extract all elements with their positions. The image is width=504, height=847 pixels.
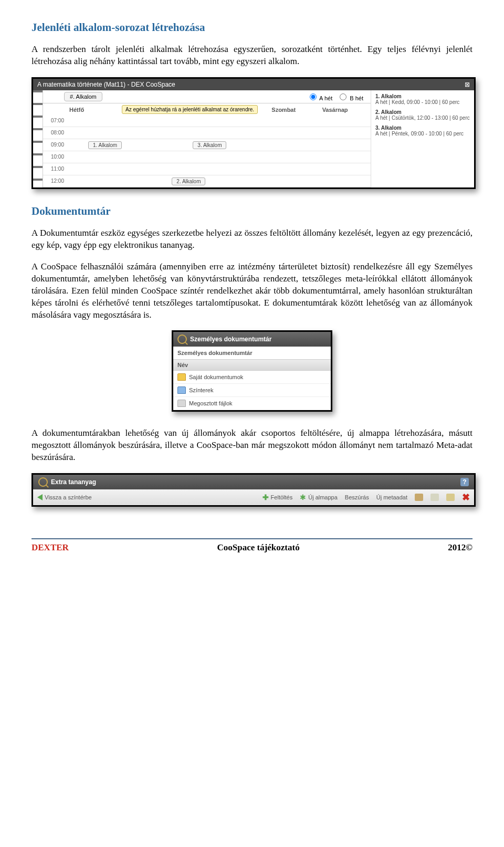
dok-column-header[interactable]: Név	[173, 359, 331, 371]
side-alk-title: 2. Alkalom	[375, 109, 470, 115]
day-szombat: Szombat	[269, 107, 320, 113]
toolbar-screenshot: Extra tananyag ? Vissza a színtérbe ✚Fel…	[32, 473, 476, 507]
toolbar-actions: Vissza a színtérbe ✚Feltöltés ✱Új almapp…	[33, 489, 474, 505]
folder-icon	[177, 386, 186, 394]
side-alk-detail: A hét | Péntek, 09:00 - 10:00 | 60 perc	[375, 131, 470, 137]
time-label: 12:00	[43, 178, 67, 184]
toolbar-title-text: Extra tananyag	[51, 478, 96, 486]
edit-icon[interactable]	[446, 494, 455, 501]
paragraph-4: A dokumentumtárakban lehetőség van új ál…	[32, 427, 472, 464]
paragraph-3: A CooSpace felhasználói számára (amennyi…	[32, 261, 472, 321]
back-button[interactable]: Vissza a színtérbe	[37, 494, 92, 500]
new-meta-button[interactable]: Új metaadat	[376, 494, 407, 500]
side-alk-detail: A hét | Kedd, 09:00 - 10:00 | 60 perc	[375, 99, 470, 105]
time-label: 08:00	[43, 130, 67, 135]
schedule-window-title: A matematika története (Mat11) - DEX Coo…	[33, 79, 474, 90]
footer-year: 2012©	[448, 542, 472, 553]
footer-title: CooSpace tájékoztató	[217, 542, 299, 553]
dok-title-text: Személyes dokumentumtár	[190, 336, 271, 343]
toolbar-title-bar: Extra tananyag ?	[33, 475, 474, 489]
dok-row-szinterek[interactable]: Színterek	[173, 384, 331, 397]
side-alk-title: 3. Alkalom	[375, 125, 470, 131]
event-1[interactable]: 1. Alkalom	[88, 141, 122, 149]
day-hetfo: Hétfő	[67, 107, 118, 113]
paragraph-2: A Dokumentumtár eszköz egységes szerkeze…	[32, 227, 472, 252]
radio-a-het[interactable]: A hét	[307, 95, 333, 101]
mail-icon[interactable]	[430, 494, 439, 501]
dokumentumtar-screenshot: Személyes dokumentumtár Személyes dokume…	[172, 330, 332, 412]
help-icon[interactable]: ?	[460, 478, 469, 486]
dok-subtitle: Személyes dokumentumtár	[173, 347, 331, 359]
new-folder-button[interactable]: ✱Új almappa	[300, 493, 338, 501]
folder-icon	[177, 400, 186, 407]
folder-search-icon	[177, 334, 187, 344]
page-footer: DEXTER CooSpace tájékoztató 2012©	[32, 538, 472, 553]
section-title-dokumentumtar: Dokumentumtár	[32, 205, 472, 218]
plus-icon: ✚	[262, 493, 269, 501]
event-2[interactable]: 2. Alkalom	[172, 177, 205, 185]
folder-search-icon	[38, 477, 48, 487]
upload-button[interactable]: ✚Feltöltés	[262, 493, 293, 501]
person-icon[interactable]	[415, 494, 423, 501]
insert-button[interactable]: Beszúrás	[345, 494, 369, 500]
time-label: 11:00	[43, 166, 67, 172]
time-label: 09:00	[43, 142, 67, 148]
dok-title-bar: Személyes dokumentumtár	[173, 332, 331, 347]
side-alk-detail: A hét | Csütörtök, 12:00 - 13:00 | 60 pe…	[375, 115, 470, 121]
dok-row-megosztott[interactable]: Megosztott fájlok	[173, 397, 331, 410]
drag-tooltip: Az egérrel húzhatja rá a jelenléti alkal…	[122, 105, 258, 114]
footer-dexter: DEXTER	[32, 542, 69, 553]
schedule-screenshot: A matematika története (Mat11) - DEX Coo…	[32, 77, 476, 189]
alkalom-pill[interactable]: #. Alkalom	[64, 92, 102, 101]
dok-row-sajat[interactable]: Saját dokumentumok	[173, 371, 331, 384]
day-vasarnap: Vasárnap	[320, 107, 371, 113]
event-3[interactable]: 3. Alkalom	[193, 141, 226, 149]
folder-icon	[177, 373, 186, 381]
schedule-title-text: A matematika története (Mat11) - DEX Coo…	[37, 81, 175, 88]
close-icon[interactable]: ⊠	[465, 81, 470, 88]
side-alk-title: 1. Alkalom	[375, 93, 470, 99]
spiral-binding	[33, 90, 43, 187]
paragraph-1: A rendszerben tárolt jelenléti alkalmak …	[32, 44, 472, 68]
star-icon: ✱	[300, 493, 306, 501]
time-label: 10:00	[43, 154, 67, 160]
time-label: 07:00	[43, 118, 67, 123]
schedule-sidebar: 1. AlkalomA hét | Kedd, 09:00 - 10:00 | …	[371, 90, 474, 187]
delete-icon[interactable]: ✖	[462, 492, 470, 503]
arrow-left-icon	[37, 494, 43, 500]
section-title-jelenleti: Jelenléti alkalom-sorozat létrehozása	[32, 21, 472, 34]
radio-b-het[interactable]: B hét	[337, 95, 363, 101]
